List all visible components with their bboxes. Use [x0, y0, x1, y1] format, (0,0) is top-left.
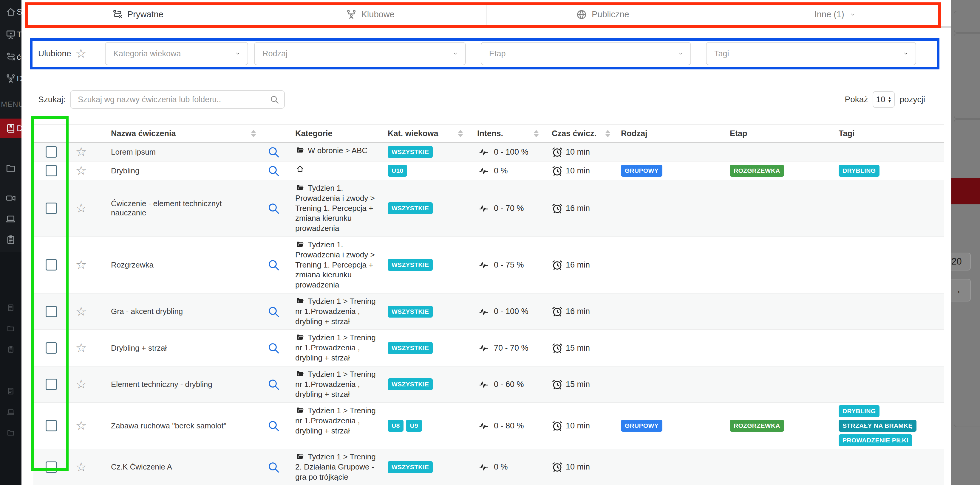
favorite-star-icon[interactable]: ☆ [75, 342, 87, 354]
tab-klubowe[interactable]: Klubowe [254, 3, 487, 28]
category-path: Tydzien 1 > Trening nr 1.Prowadzenia , d… [295, 333, 376, 362]
sidebar-item-label: T [17, 30, 22, 39]
search-input[interactable] [70, 90, 285, 109]
preview-zoom-icon[interactable] [267, 342, 280, 354]
preview-zoom-icon[interactable] [267, 202, 280, 214]
intensity-pulse-icon [477, 421, 490, 430]
exercise-name: Zabawa ruchowa "berek samolot" [111, 421, 226, 431]
row-checkbox[interactable] [46, 259, 57, 271]
preview-zoom-icon[interactable] [267, 461, 280, 473]
sort-icon[interactable] [458, 130, 463, 137]
favorite-star-icon[interactable]: ☆ [75, 258, 87, 271]
age-category-cell: WSZYSTKIE [385, 293, 475, 330]
page-size-spinner[interactable]: 10 ▲▼ [873, 91, 895, 108]
favorite-star-icon[interactable]: ☆ [75, 165, 87, 177]
exercise-name: Ćwiczenie - element technicznyt nauczani… [111, 199, 254, 217]
table-row: ☆ Lorem ipsum W obronie > ABC WSZYSTKIE … [33, 143, 944, 162]
alarm-clock-icon [552, 203, 563, 214]
preview-zoom-icon[interactable] [267, 378, 280, 390]
filter-select-rodzaj[interactable]: Rodzaj [254, 42, 466, 65]
intensity-pulse-icon [477, 307, 490, 316]
sidebar-item-training[interactable]: T [0, 25, 21, 44]
favorite-star-icon[interactable]: ☆ [75, 378, 87, 391]
sidebar-item-dim-4[interactable] [0, 383, 21, 399]
sidebar-item-exercises[interactable]: ć [0, 48, 21, 67]
sidebar: S T ć D MENU D [0, 0, 21, 485]
rodzaj-cell: GRUPOWY [621, 403, 730, 449]
laptop-icon [6, 216, 15, 222]
etap-cell: ROZGRZEWKA [730, 162, 838, 180]
sidebar-item-active[interactable]: D [0, 119, 21, 138]
tab-inne[interactable]: Inne (1) [719, 3, 951, 28]
preview-zoom-icon[interactable] [267, 306, 280, 318]
column-header-intens[interactable]: Intens. [475, 125, 549, 142]
sidebar-item-start[interactable]: S [0, 2, 21, 21]
sidebar-item-folder[interactable] [0, 159, 21, 178]
sort-icon[interactable] [534, 130, 539, 137]
row-checkbox[interactable] [46, 203, 57, 214]
sidebar-lower-section [0, 252, 21, 485]
row-checkbox[interactable] [46, 461, 57, 473]
row-checkbox[interactable] [46, 146, 57, 158]
favorites-star-icon[interactable]: ☆ [75, 48, 87, 60]
sidebar-item-dim-2[interactable] [0, 320, 21, 337]
sidebar-item-video[interactable] [0, 189, 21, 208]
alarm-clock-icon [552, 147, 563, 158]
sidebar-item-laptop[interactable] [0, 209, 21, 228]
sidebar-item-dim-1[interactable] [0, 300, 21, 316]
sidebar-item-dim-6[interactable] [0, 425, 21, 441]
favorite-star-icon[interactable]: ☆ [75, 146, 87, 158]
row-checkbox[interactable] [46, 420, 57, 431]
column-header-nazwa[interactable]: Nazwa ćwiczenia [93, 125, 260, 142]
table-row: ☆ Zabawa ruchowa "berek samolot" Tydzien… [33, 403, 944, 449]
column-header-kat-wiekowa[interactable]: Kat. wiekowa [385, 125, 475, 142]
tab-publiczne[interactable]: Publiczne [487, 3, 719, 28]
sort-icon[interactable] [605, 130, 610, 137]
table-row: ☆ Drybling + strzał Tydzien 1 > Trening … [33, 330, 944, 366]
intensity-pulse-icon [477, 204, 490, 213]
exercise-name: Drybling + strzał [111, 344, 167, 353]
filter-placeholder: Kategoria wiekowa [113, 49, 181, 59]
row-checkbox[interactable] [46, 306, 57, 317]
age-category-badge: U10 [388, 165, 407, 177]
favorite-star-icon[interactable]: ☆ [75, 461, 87, 473]
column-header-czas[interactable]: Czas ćwicz. [549, 125, 621, 142]
duration-value: 15 min [566, 344, 590, 353]
exercises-icon [112, 9, 123, 20]
spinner-arrows-icon[interactable]: ▲▼ [888, 96, 892, 103]
filter-select-tagi[interactable]: Tagi [706, 42, 916, 65]
sort-icon[interactable] [251, 130, 256, 137]
favorites-label: Ulubione [38, 49, 71, 59]
tab-prywatne[interactable]: Prywatne [21, 3, 254, 28]
row-checkbox[interactable] [46, 342, 57, 353]
filter-select-kategoria-wiekowa[interactable]: Kategoria wiekowa [105, 42, 248, 65]
duration-value: 16 min [566, 204, 590, 213]
rodzaj-cell [621, 237, 730, 293]
book-icon [8, 125, 14, 132]
tab-label: Publiczne [592, 10, 629, 19]
sidebar-item-dim-3[interactable] [0, 341, 21, 358]
category-cell [287, 162, 385, 180]
favorite-star-icon[interactable]: ☆ [75, 202, 87, 214]
preview-zoom-icon[interactable] [267, 259, 280, 271]
row-checkbox[interactable] [46, 379, 57, 390]
category-icon [295, 146, 305, 154]
age-category-cell: WSZYSTKIE [385, 180, 475, 236]
filter-select-etap[interactable]: Etap [481, 42, 691, 65]
preview-zoom-icon[interactable] [267, 165, 280, 177]
preview-zoom-icon[interactable] [267, 420, 280, 432]
favorite-star-icon[interactable]: ☆ [75, 420, 87, 432]
chevron-down-icon [849, 12, 856, 17]
category-cell: Tydzien 1 > Trening nr 1.Prowadzenia , d… [287, 366, 385, 403]
preview-zoom-icon[interactable] [267, 146, 280, 158]
sidebar-item-clipboard[interactable] [0, 230, 21, 249]
favorite-star-icon[interactable]: ☆ [75, 305, 87, 318]
sidebar-item-team[interactable]: D [0, 69, 21, 88]
alarm-clock-icon [552, 461, 563, 472]
row-checkbox[interactable] [46, 165, 57, 176]
sidebar-item-dim-5[interactable] [0, 404, 21, 420]
alarm-clock-icon [552, 420, 563, 431]
age-category-cell: WSZYSTKIE [385, 237, 475, 293]
intensity-value: 70 - 70 % [494, 344, 528, 353]
exercise-name: Element techniczny - drybling [111, 380, 212, 389]
